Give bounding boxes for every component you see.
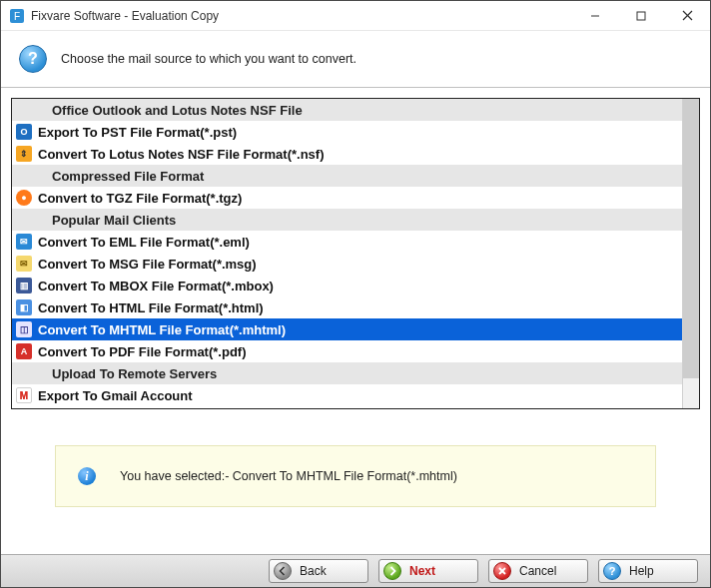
- format-listbox[interactable]: Office Outlook and Lotus Notes NSF FileO…: [11, 98, 700, 409]
- window-controls: [572, 1, 710, 31]
- list-item[interactable]: MExport To Gmail Account: [12, 384, 682, 406]
- list-row-label: Convert To MHTML File Format(*.mhtml): [38, 323, 286, 336]
- status-text: You have selected:- Convert To MHTML Fil…: [120, 469, 457, 483]
- list-header: Office Outlook and Lotus Notes NSF File: [12, 99, 682, 121]
- titlebar: F Fixvare Software - Evaluation Copy: [1, 1, 710, 31]
- list-item[interactable]: AConvert To PDF File Format(*.pdf): [12, 340, 682, 362]
- back-button[interactable]: Back: [269, 559, 368, 583]
- content-area: Office Outlook and Lotus Notes NSF FileO…: [1, 88, 710, 554]
- pdf-icon: A: [16, 343, 32, 359]
- list-row-label: Convert To Lotus Notes NSF File Format(*…: [38, 148, 325, 161]
- maximize-button[interactable]: [618, 1, 664, 31]
- svg-rect-3: [637, 12, 645, 20]
- msg-icon: ✉: [16, 256, 32, 272]
- list-row-label: Upload To Remote Servers: [38, 367, 217, 380]
- next-button[interactable]: Next: [378, 559, 478, 583]
- next-arrow-icon: [383, 562, 401, 580]
- list-item[interactable]: ⇕Convert To Lotus Notes NSF File Format(…: [12, 143, 682, 165]
- app-icon: F: [9, 8, 25, 24]
- list-item[interactable]: ●Convert to TGZ File Format(*.tgz): [12, 187, 682, 209]
- list-row-label: Convert To MBOX File Format(*.mbox): [38, 280, 274, 293]
- instruction-bar: ? Choose the mail source to which you wa…: [1, 31, 710, 88]
- scrollbar-thumb[interactable]: [683, 99, 699, 378]
- list-header: Compressed File Format: [12, 165, 682, 187]
- close-button[interactable]: [664, 1, 710, 31]
- back-arrow-icon: [274, 562, 292, 580]
- list-row-label: Export To Gmail Account: [38, 389, 193, 402]
- list-item[interactable]: ✉Convert To MSG File Format(*.msg): [12, 253, 682, 275]
- outlook-icon: O: [16, 124, 32, 140]
- instruction-text: Choose the mail source to which you want…: [61, 52, 356, 66]
- mhtml-icon: ◫: [16, 321, 32, 337]
- cancel-icon: [493, 562, 511, 580]
- cancel-button-label: Cancel: [519, 564, 556, 578]
- list-row-label: Convert To EML File Format(*.eml): [38, 236, 250, 249]
- nsf-icon: ⇕: [16, 146, 32, 162]
- list-row-label: Convert To MSG File Format(*.msg): [38, 258, 257, 271]
- button-strip: Back Next Cancel ? Help: [1, 554, 710, 587]
- list-row-label: Convert To HTML File Format(*.html): [38, 301, 264, 314]
- list-item[interactable]: ◧Convert To HTML File Format(*.html): [12, 296, 682, 318]
- list-item[interactable]: ▥Convert To MBOX File Format(*.mbox): [12, 275, 682, 296]
- help-icon: ?: [603, 562, 621, 580]
- info-icon: i: [78, 467, 96, 485]
- back-button-label: Back: [300, 564, 327, 578]
- tgz-icon: ●: [16, 190, 32, 206]
- list-row-label: Convert To PDF File Format(*.pdf): [38, 345, 246, 358]
- app-window: F Fixvare Software - Evaluation Copy ? C…: [0, 0, 711, 588]
- svg-text:F: F: [14, 11, 20, 22]
- status-box: i You have selected:- Convert To MHTML F…: [55, 445, 656, 507]
- list-row-label: Compressed File Format: [38, 170, 204, 183]
- list-row-label: Export To PST File Format(*.pst): [38, 126, 237, 139]
- eml-icon: ✉: [16, 234, 32, 250]
- question-icon: ?: [19, 45, 47, 73]
- list-row-label: Office Outlook and Lotus Notes NSF File: [38, 104, 303, 117]
- help-button[interactable]: ? Help: [598, 559, 698, 583]
- list-item[interactable]: ◫Convert To MHTML File Format(*.mhtml): [12, 318, 682, 340]
- next-button-label: Next: [409, 564, 435, 578]
- scrollbar[interactable]: [682, 99, 699, 408]
- list-header: Upload To Remote Servers: [12, 362, 682, 384]
- gmail-icon: M: [16, 387, 32, 403]
- list-item[interactable]: OExport To PST File Format(*.pst): [12, 121, 682, 143]
- list-row-label: Convert to TGZ File Format(*.tgz): [38, 192, 242, 205]
- minimize-button[interactable]: [572, 1, 618, 31]
- list-item[interactable]: ✉Convert To EML File Format(*.eml): [12, 231, 682, 253]
- mbox-icon: ▥: [16, 278, 32, 294]
- list-header: Popular Mail Clients: [12, 209, 682, 231]
- html-icon: ◧: [16, 299, 32, 315]
- cancel-button[interactable]: Cancel: [488, 559, 588, 583]
- window-title: Fixvare Software - Evaluation Copy: [31, 9, 572, 23]
- help-button-label: Help: [629, 564, 654, 578]
- list-row-label: Popular Mail Clients: [38, 214, 176, 227]
